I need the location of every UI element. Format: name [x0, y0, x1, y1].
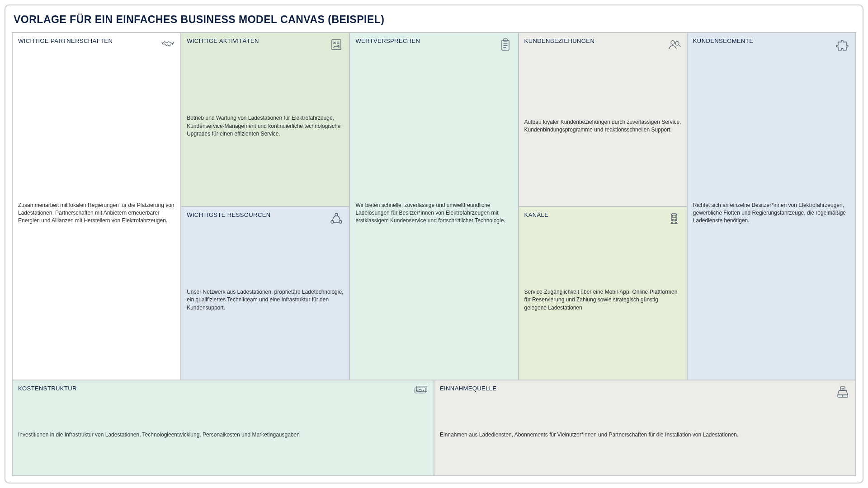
- block-revenue-streams: EINNAHMEQUELLE Einnahmen aus Ladedienste…: [434, 380, 856, 476]
- svg-point-16: [423, 390, 424, 391]
- block-text: Einnahmen aus Ladediensten, Abonnements …: [440, 431, 738, 439]
- page-title: VORLAGE FÜR EIN EINFACHES BUSINESS MODEL…: [12, 14, 856, 26]
- block-title: KANÄLE: [524, 211, 549, 218]
- block-cost-structure: KOSTENSTRUKTUR Investitionen in die Infr…: [12, 380, 434, 476]
- canvas-frame: VORLAGE FÜR EIN EINFACHES BUSINESS MODEL…: [5, 5, 863, 483]
- block-customer-relationships: KUNDENBEZIEHUNGEN Aufbau loyaler Kundenb…: [519, 33, 687, 206]
- svg-point-2: [331, 221, 334, 223]
- block-title: KUNDENSEGMENTE: [693, 38, 753, 44]
- svg-rect-4: [502, 40, 509, 50]
- svg-point-3: [339, 221, 342, 223]
- block-customer-segments: KUNDENSEGMENTE Richtet sich an einzelne …: [687, 33, 856, 380]
- handshake-icon: [160, 38, 175, 52]
- block-text: Service-Zugänglichkeit über eine Mobil-A…: [524, 288, 681, 312]
- block-text: Investitionen in die Infrastruktur von L…: [18, 431, 300, 439]
- cycle-nodes-icon: [329, 211, 344, 226]
- svg-point-11: [675, 219, 676, 220]
- svg-point-10: [672, 219, 673, 220]
- block-title: KUNDENBEZIEHUNGEN: [524, 38, 595, 44]
- business-model-canvas: WICHTIGE PARTNERSCHAFTEN Zusammenarbeit …: [12, 32, 856, 476]
- block-title: WERTVERSPRECHEN: [355, 38, 420, 44]
- block-title: KOSTENSTRUKTUR: [18, 385, 77, 392]
- block-title: WICHTIGE PARTNERSCHAFTEN: [18, 38, 113, 44]
- train-icon: [667, 211, 681, 226]
- block-title: EINNAHMEQUELLE: [440, 385, 497, 392]
- svg-rect-9: [672, 215, 676, 217]
- block-title: WICHTIGSTE RESSOURCEN: [187, 211, 270, 218]
- user-search-icon: [667, 38, 681, 52]
- block-text: Aufbau loyaler Kundenbeziehungen durch z…: [524, 118, 681, 134]
- svg-rect-0: [332, 40, 341, 50]
- block-text: Wir bieten schnelle, zuverlässige und um…: [355, 202, 512, 225]
- svg-point-15: [416, 390, 417, 391]
- block-key-resources: WICHTIGSTE RESSOURCEN Unser Netzwerk aus…: [181, 206, 349, 380]
- banknotes-icon: [414, 385, 428, 399]
- block-channels: KANÄLE Service-Zugänglichkeit über eine …: [519, 206, 687, 380]
- block-text: Richtet sich an einzelne Besitzer*innen …: [693, 202, 850, 225]
- svg-rect-18: [838, 395, 848, 397]
- clipboard-check-icon: [498, 38, 513, 52]
- block-title: WICHTIGE AKTIVITÄTEN: [187, 38, 259, 44]
- svg-point-19: [842, 396, 843, 397]
- block-value-proposition: WERTVERSPRECHEN Wir bieten schnelle, zuv…: [349, 33, 518, 380]
- svg-point-6: [671, 41, 675, 44]
- block-key-partnerships: WICHTIGE PARTNERSCHAFTEN Zusammenarbeit …: [12, 33, 181, 380]
- block-text: Betrieb und Wartung von Ladestationen fü…: [187, 114, 344, 138]
- strategy-board-icon: [329, 38, 344, 52]
- block-key-activities: WICHTIGE AKTIVITÄTEN Betrieb und Wartung…: [181, 33, 349, 206]
- block-text: Unser Netzwerk aus Ladestationen, propri…: [187, 288, 344, 312]
- puzzle-icon: [835, 38, 850, 52]
- svg-rect-17: [840, 387, 845, 390]
- cash-register-icon: [835, 385, 850, 399]
- block-text: Zusammenarbeit mit lokalen Regierungen f…: [18, 202, 175, 225]
